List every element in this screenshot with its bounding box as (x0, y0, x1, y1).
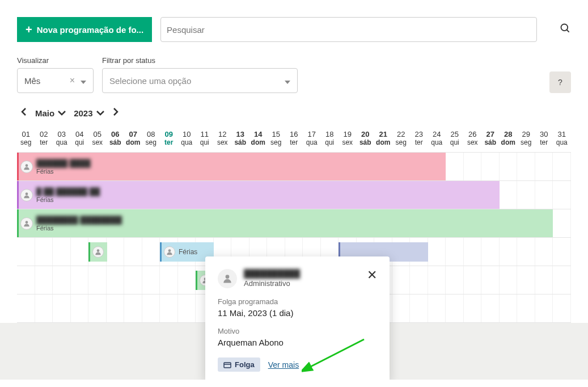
day-number: 02 (35, 130, 53, 138)
day-of-week: ter (160, 138, 178, 146)
calendar-day-col: 10qua (178, 130, 196, 146)
calendar-day-col: 05sex (88, 130, 107, 146)
calendar-day-col: 16ter (285, 130, 303, 146)
calendar-day-col: 19sex (339, 130, 357, 146)
visualizar-select[interactable]: Mês × (17, 68, 94, 93)
day-number: 16 (285, 130, 303, 138)
popover-name: ██████████ (244, 269, 300, 278)
calendar-day-col: 03qua (53, 130, 71, 146)
calendar-day-col: 26sex (464, 130, 482, 146)
day-of-week: qua (53, 138, 71, 146)
close-button[interactable]: ✕ (367, 269, 377, 281)
new-button-label: Nova programação de fo... (37, 25, 143, 35)
day-of-week: dom (124, 138, 142, 146)
day-of-week: sex (464, 138, 482, 146)
day-number: 30 (535, 130, 553, 138)
day-of-week: sex (214, 138, 232, 146)
calendar-day-col: 25qui (446, 130, 464, 146)
day-number: 19 (339, 130, 357, 138)
day-number: 27 (481, 130, 500, 138)
clear-icon[interactable]: × (70, 75, 75, 86)
new-schedule-button[interactable]: + Nova programação de fo... (17, 17, 152, 42)
svg-point-8 (226, 275, 230, 279)
day-number: 22 (392, 130, 411, 138)
calendar-day-col: 13sáb (231, 130, 249, 146)
badge-icon (223, 361, 231, 368)
year-picker[interactable]: 2023 (74, 108, 104, 118)
day-number: 04 (71, 130, 89, 138)
help-button[interactable]: ? (549, 71, 571, 93)
calendar-day-col: 09ter (160, 130, 178, 146)
day-of-week: qua (553, 138, 571, 146)
avatar (92, 246, 104, 258)
day-of-week: ter (35, 138, 53, 146)
day-number: 24 (428, 130, 446, 138)
popover-section1-value: 11 Mai, 2023 (1 dia) (218, 308, 377, 318)
status-placeholder: Selecione uma opção (109, 76, 191, 86)
avatar (164, 246, 175, 258)
calendar-day-col: 24qua (428, 130, 446, 146)
badge-label: Folga (235, 360, 255, 369)
popover-section2-label: Motivo (218, 327, 377, 335)
status-label: Filtrar por status (102, 56, 298, 65)
gantt-bar[interactable]: █ ██ ██████ ██Férias (17, 181, 500, 209)
day-of-week: qua (428, 138, 446, 146)
search-icon[interactable] (554, 17, 577, 42)
day-number: 01 (17, 130, 35, 138)
calendar-day-col: 14dom (249, 130, 268, 146)
month-picker[interactable]: Maio (35, 108, 66, 118)
gantt-block[interactable] (88, 242, 107, 262)
day-of-week: seg (267, 138, 285, 146)
day-number: 26 (464, 130, 482, 138)
next-month-button[interactable] (112, 107, 119, 119)
gantt-bar[interactable]: ██████ ████Férias (17, 153, 446, 180)
avatar (218, 269, 237, 288)
calendar-day-col: 06sáb (107, 130, 125, 146)
svg-rect-9 (224, 363, 231, 368)
status-select[interactable]: Selecione uma opção (102, 68, 298, 93)
bar-sub: Férias (36, 168, 91, 175)
bar-sub: Férias (36, 196, 100, 203)
day-of-week: sáb (107, 138, 125, 146)
day-number: 12 (214, 130, 232, 138)
day-number: 11 (196, 130, 214, 138)
day-number: 03 (53, 130, 71, 138)
day-number: 15 (267, 130, 285, 138)
search-input[interactable] (167, 25, 531, 35)
day-number: 14 (249, 130, 268, 138)
ver-mais-link[interactable]: Ver mais (268, 360, 299, 369)
calendar-day-col: 01seg (17, 130, 35, 146)
day-of-week: qua (303, 138, 321, 146)
calendar-day-col: 30ter (535, 130, 553, 146)
calendar-day-col: 02ter (35, 130, 53, 146)
day-of-week: seg (17, 138, 35, 146)
calendar-day-col: 28dom (500, 130, 518, 146)
day-of-week: qui (71, 138, 89, 146)
calendar-day-col: 17qua (303, 130, 321, 146)
prev-month-button[interactable] (20, 107, 27, 119)
block-label: Férias (179, 248, 197, 256)
avatar (20, 189, 33, 201)
popover-section1-label: Folga programada (218, 297, 377, 306)
folga-badge: Folga (218, 357, 260, 372)
day-number: 25 (446, 130, 464, 138)
bar-sub: Férias (36, 225, 122, 232)
calendar-header: 01seg02ter03qua04qui05sex06sáb07dom08seg… (17, 130, 571, 146)
day-of-week: sex (88, 138, 107, 146)
svg-point-5 (97, 249, 100, 252)
event-popover: ██████████ Administrativo ✕ Folga progra… (205, 256, 390, 380)
day-of-week: seg (142, 138, 160, 146)
day-of-week: sáb (357, 138, 375, 146)
day-number: 08 (142, 130, 160, 138)
day-number: 23 (410, 130, 428, 138)
avatar (20, 217, 33, 230)
day-of-week: ter (410, 138, 428, 146)
day-of-week: seg (392, 138, 411, 146)
gantt-row: ██████ ████Férias (17, 153, 571, 181)
bar-name: █ ██ ██████ ██ (36, 187, 100, 196)
svg-point-6 (168, 249, 171, 252)
calendar-day-col: 15seg (267, 130, 285, 146)
gantt-bar[interactable]: ████████ ████████Férias (17, 209, 553, 237)
day-number: 20 (357, 130, 375, 138)
day-number: 07 (124, 130, 142, 138)
